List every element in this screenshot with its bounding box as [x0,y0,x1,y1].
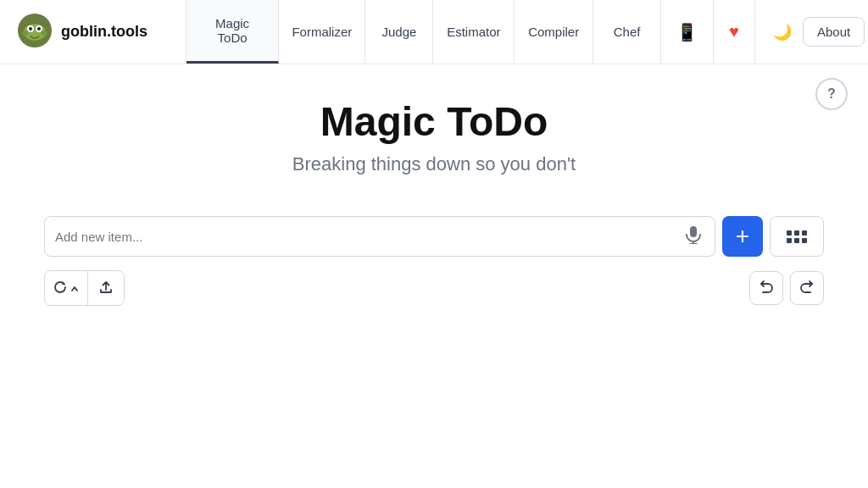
refresh-button[interactable] [45,271,88,305]
mic-button[interactable] [682,222,704,252]
about-button[interactable]: About [803,17,865,47]
undo-button[interactable] [749,271,783,305]
nav-item-magic-todo[interactable]: Magic ToDo [186,0,279,64]
redo-icon [799,279,815,298]
svg-rect-8 [690,226,697,237]
plus-icon: + [736,225,749,248]
mic-icon [686,225,701,248]
nav-items: Magic ToDo Formalizer Judge Estimator Co… [186,0,755,64]
new-item-input[interactable] [55,230,682,244]
nav-right: 🌙 About [755,0,868,64]
nav-item-mobile[interactable]: 📱 [661,0,714,64]
undo-icon [759,279,774,298]
refresh-group [44,270,125,306]
refresh-icon [53,280,67,297]
add-item-button[interactable]: + [722,216,763,257]
nav-item-formalizer[interactable]: Formalizer [279,0,365,64]
help-icon: ? [827,86,836,102]
chevron-up-icon [70,281,79,296]
toolbar-row [44,270,824,306]
redo-button[interactable] [790,271,824,305]
page-subtitle: Breaking things down so you don't [292,153,576,175]
input-wrapper [44,216,715,257]
help-button[interactable]: ? [815,78,848,110]
brand[interactable]: goblin.tools [0,0,186,64]
nav-item-judge[interactable]: Judge [365,0,433,64]
toolbar-right [749,271,824,305]
upload-button[interactable] [88,271,124,305]
grid-view-button[interactable] [770,216,824,257]
svg-point-5 [37,27,41,30]
nav-item-compiler[interactable]: Compiler [515,0,593,64]
toolbar-left [44,270,125,306]
heart-icon: ♥ [729,22,739,42]
upload-icon [98,280,114,297]
grid-icon [787,230,807,243]
theme-toggle-button[interactable]: 🌙 [765,15,799,49]
input-row: + [44,216,824,257]
brand-logo [17,13,53,52]
svg-point-4 [29,27,32,30]
mobile-icon: 📱 [676,22,698,42]
page-title: Magic ToDo [320,98,548,145]
brand-name: goblin.tools [61,23,147,41]
nav-item-heart[interactable]: ♥ [714,0,755,64]
nav-item-chef[interactable]: Chef [593,0,661,64]
moon-icon: 🌙 [773,23,792,42]
nav-item-estimator[interactable]: Estimator [433,0,515,64]
main-content: ? Magic ToDo Breaking things down so you… [0,64,868,306]
